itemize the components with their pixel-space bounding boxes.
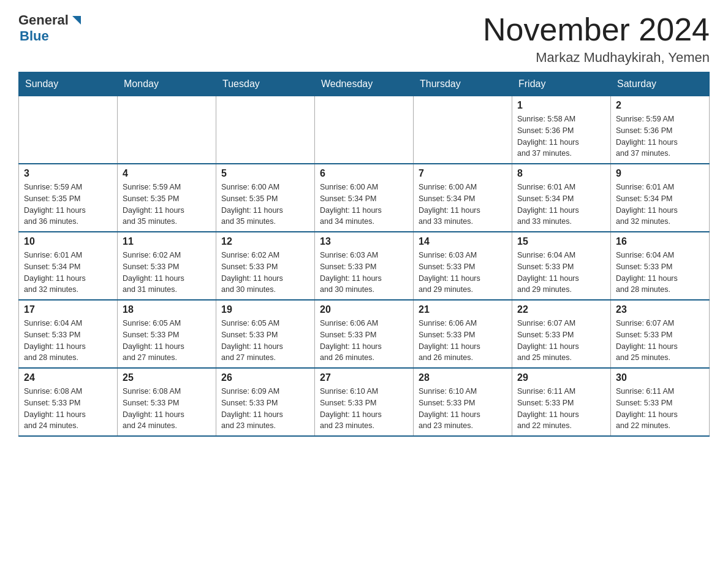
day-number: 30 [616,372,704,383]
day-number: 23 [616,304,704,315]
day-number: 3 [24,168,112,179]
calendar-cell [315,96,414,164]
day-info: Sunrise: 6:08 AM Sunset: 5:33 PM Dayligh… [123,386,211,432]
day-number: 14 [419,236,507,247]
day-info: Sunrise: 6:03 AM Sunset: 5:33 PM Dayligh… [419,250,507,296]
day-info: Sunrise: 6:03 AM Sunset: 5:33 PM Dayligh… [320,250,408,296]
logo-triangle-icon [70,13,83,27]
logo: General Blue [18,12,83,44]
day-info: Sunrise: 6:01 AM Sunset: 5:34 PM Dayligh… [517,182,605,228]
calendar-cell: 17Sunrise: 6:04 AM Sunset: 5:33 PM Dayli… [19,300,118,368]
day-number: 4 [123,168,211,179]
day-info: Sunrise: 6:05 AM Sunset: 5:33 PM Dayligh… [123,318,211,364]
week-row-4: 17Sunrise: 6:04 AM Sunset: 5:33 PM Dayli… [19,300,710,368]
day-info: Sunrise: 6:00 AM Sunset: 5:34 PM Dayligh… [419,182,507,228]
calendar-cell: 26Sunrise: 6:09 AM Sunset: 5:33 PM Dayli… [216,368,315,436]
week-row-2: 3Sunrise: 5:59 AM Sunset: 5:35 PM Daylig… [19,164,710,232]
day-number: 28 [419,372,507,383]
weekday-header-tuesday: Tuesday [216,72,315,96]
day-number: 6 [320,168,408,179]
day-number: 12 [221,236,309,247]
calendar-cell: 20Sunrise: 6:06 AM Sunset: 5:33 PM Dayli… [315,300,414,368]
calendar-cell: 30Sunrise: 6:11 AM Sunset: 5:33 PM Dayli… [611,368,710,436]
day-info: Sunrise: 6:05 AM Sunset: 5:33 PM Dayligh… [221,318,309,364]
calendar-cell: 8Sunrise: 6:01 AM Sunset: 5:34 PM Daylig… [512,164,611,232]
weekday-header-saturday: Saturday [611,72,710,96]
calendar-cell: 28Sunrise: 6:10 AM Sunset: 5:33 PM Dayli… [414,368,512,436]
calendar-cell [216,96,315,164]
calendar-cell: 23Sunrise: 6:07 AM Sunset: 5:33 PM Dayli… [611,300,710,368]
calendar-cell: 29Sunrise: 6:11 AM Sunset: 5:33 PM Dayli… [512,368,611,436]
day-number: 17 [24,304,112,315]
page-header: General Blue November 2024 Markaz Mudhay… [18,12,710,66]
calendar-cell: 1Sunrise: 5:58 AM Sunset: 5:36 PM Daylig… [512,96,611,164]
day-number: 7 [419,168,507,179]
calendar-cell: 14Sunrise: 6:03 AM Sunset: 5:33 PM Dayli… [414,232,512,300]
logo-blue-text: Blue [20,28,49,44]
day-number: 29 [517,372,605,383]
day-number: 25 [123,372,211,383]
day-info: Sunrise: 6:11 AM Sunset: 5:33 PM Dayligh… [616,386,704,432]
calendar-cell: 25Sunrise: 6:08 AM Sunset: 5:33 PM Dayli… [118,368,216,436]
weekday-header-thursday: Thursday [414,72,512,96]
week-row-5: 24Sunrise: 6:08 AM Sunset: 5:33 PM Dayli… [19,368,710,436]
day-number: 13 [320,236,408,247]
day-number: 27 [320,372,408,383]
day-info: Sunrise: 5:59 AM Sunset: 5:36 PM Dayligh… [616,113,704,159]
weekday-header-row: SundayMondayTuesdayWednesdayThursdayFrid… [19,72,710,96]
day-info: Sunrise: 6:10 AM Sunset: 5:33 PM Dayligh… [320,386,408,432]
calendar-cell: 27Sunrise: 6:10 AM Sunset: 5:33 PM Dayli… [315,368,414,436]
day-number: 1 [517,100,605,111]
title-area: November 2024 Markaz Mudhaykirah, Yemen [483,12,710,66]
day-info: Sunrise: 6:02 AM Sunset: 5:33 PM Dayligh… [123,250,211,296]
day-number: 15 [517,236,605,247]
calendar-cell: 5Sunrise: 6:00 AM Sunset: 5:35 PM Daylig… [216,164,315,232]
day-number: 18 [123,304,211,315]
day-info: Sunrise: 6:04 AM Sunset: 5:33 PM Dayligh… [616,250,704,296]
calendar-cell: 3Sunrise: 5:59 AM Sunset: 5:35 PM Daylig… [19,164,118,232]
weekday-header-friday: Friday [512,72,611,96]
day-info: Sunrise: 6:06 AM Sunset: 5:33 PM Dayligh… [419,318,507,364]
week-row-3: 10Sunrise: 6:01 AM Sunset: 5:34 PM Dayli… [19,232,710,300]
calendar-cell: 11Sunrise: 6:02 AM Sunset: 5:33 PM Dayli… [118,232,216,300]
weekday-header-wednesday: Wednesday [315,72,414,96]
logo-line2: Blue [18,28,83,44]
weekday-header-sunday: Sunday [19,72,118,96]
calendar-cell: 18Sunrise: 6:05 AM Sunset: 5:33 PM Dayli… [118,300,216,368]
calendar-cell: 16Sunrise: 6:04 AM Sunset: 5:33 PM Dayli… [611,232,710,300]
calendar-cell: 10Sunrise: 6:01 AM Sunset: 5:34 PM Dayli… [19,232,118,300]
day-info: Sunrise: 6:00 AM Sunset: 5:34 PM Dayligh… [320,182,408,228]
day-number: 5 [221,168,309,179]
svg-marker-0 [72,16,81,25]
day-info: Sunrise: 6:00 AM Sunset: 5:35 PM Dayligh… [221,182,309,228]
day-number: 24 [24,372,112,383]
day-info: Sunrise: 6:09 AM Sunset: 5:33 PM Dayligh… [221,386,309,432]
calendar-cell: 22Sunrise: 6:07 AM Sunset: 5:33 PM Dayli… [512,300,611,368]
day-number: 2 [616,100,704,111]
calendar-cell [19,96,118,164]
logo-line1: General [18,12,83,28]
day-number: 19 [221,304,309,315]
weekday-header-monday: Monday [118,72,216,96]
day-number: 11 [123,236,211,247]
calendar-cell: 21Sunrise: 6:06 AM Sunset: 5:33 PM Dayli… [414,300,512,368]
day-info: Sunrise: 5:59 AM Sunset: 5:35 PM Dayligh… [123,182,211,228]
day-info: Sunrise: 6:07 AM Sunset: 5:33 PM Dayligh… [517,318,605,364]
day-info: Sunrise: 5:58 AM Sunset: 5:36 PM Dayligh… [517,113,605,159]
calendar-cell: 12Sunrise: 6:02 AM Sunset: 5:33 PM Dayli… [216,232,315,300]
day-info: Sunrise: 6:07 AM Sunset: 5:33 PM Dayligh… [616,318,704,364]
calendar-cell: 24Sunrise: 6:08 AM Sunset: 5:33 PM Dayli… [19,368,118,436]
calendar-cell: 15Sunrise: 6:04 AM Sunset: 5:33 PM Dayli… [512,232,611,300]
day-info: Sunrise: 6:11 AM Sunset: 5:33 PM Dayligh… [517,386,605,432]
day-number: 26 [221,372,309,383]
day-number: 22 [517,304,605,315]
day-info: Sunrise: 6:08 AM Sunset: 5:33 PM Dayligh… [24,386,112,432]
day-info: Sunrise: 6:10 AM Sunset: 5:33 PM Dayligh… [419,386,507,432]
day-info: Sunrise: 6:01 AM Sunset: 5:34 PM Dayligh… [24,250,112,296]
calendar-cell: 6Sunrise: 6:00 AM Sunset: 5:34 PM Daylig… [315,164,414,232]
day-number: 8 [517,168,605,179]
calendar-cell: 19Sunrise: 6:05 AM Sunset: 5:33 PM Dayli… [216,300,315,368]
calendar-table: SundayMondayTuesdayWednesdayThursdayFrid… [18,72,710,437]
day-number: 10 [24,236,112,247]
day-number: 16 [616,236,704,247]
